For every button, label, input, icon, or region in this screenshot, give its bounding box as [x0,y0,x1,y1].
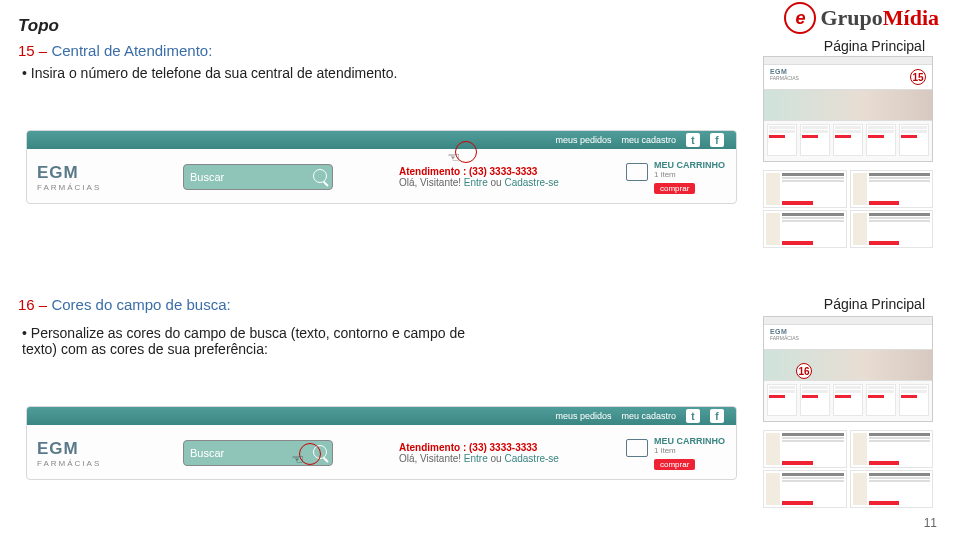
section-topo: Topo [18,16,915,36]
product-strip-1 [763,170,933,250]
meu-cadastro-link[interactable]: meu cadastro [621,411,676,421]
comprar-button[interactable]: comprar [654,459,695,470]
search-icon[interactable] [313,169,327,183]
page-number: 11 [924,516,937,530]
logo-grupomidia: GrupoMídia [784,2,939,34]
mid-text: Atendimento : (33) 3333-3333 Olá, Visita… [399,166,610,188]
callout-15: 15 [910,69,926,85]
cart-title: MEU CARRINHO [654,160,725,170]
entre-link[interactable]: Entre [464,177,488,188]
demo-header-2: meus pedidos meu cadastro t f EGMFARMÁCI… [26,406,737,480]
section-name: Central de Atendimento: [51,42,212,59]
hand-icon: ☞ [291,451,304,467]
egm-logo: EGM FARMÁCIAS [37,163,167,192]
cart-block[interactable]: MEU CARRINHO 1 item comprar [626,160,726,194]
logo-e-icon [784,2,816,34]
thumb-label-1: Página Principal [824,38,925,54]
cadastre-link[interactable]: Cadastre-se [504,453,558,464]
twitter-icon[interactable]: t [686,133,700,147]
cadastre-link[interactable]: Cadastre-se [504,177,558,188]
brand-part1: Grupo [820,5,882,30]
hand-icon: ☞ [447,149,460,165]
thumb-tag: FARMÁCIAS [770,75,932,81]
search-field[interactable]: Buscar [183,164,383,190]
cart-block[interactable]: MEU CARRINHO 1 item comprar [626,436,726,470]
pointer-16: ☞ [291,443,321,467]
search-placeholder: Buscar [190,171,224,183]
twitter-icon[interactable]: t [686,409,700,423]
demo-header-1: meus pedidos meu cadastro t f EGM FARMÁC… [26,130,737,204]
meu-cadastro-link[interactable]: meu cadastro [621,135,676,145]
entre-link[interactable]: Entre [464,453,488,464]
thumb-label-2: Página Principal [824,296,925,312]
section-16-bullet: Personalize as cores do campo de busca (… [22,325,492,357]
thumbnail-1: EGMFARMÁCIAS 15 [763,56,933,162]
comprar-button[interactable]: comprar [654,183,695,194]
pointer-15: ☞ [447,141,477,165]
cart-count: 1 item [654,170,725,179]
cart-icon [626,163,648,181]
thumb-logo: EGM [770,68,932,75]
top-strip: meus pedidos meu cadastro t f [27,131,736,149]
facebook-icon[interactable]: f [710,133,724,147]
meus-pedidos-link[interactable]: meus pedidos [555,411,611,421]
brand-part2: Mídia [883,5,939,30]
section-16-title: 16 – Cores do campo de busca: [18,296,492,313]
facebook-icon[interactable]: f [710,409,724,423]
cart-icon [626,439,648,457]
product-strip-2 [763,430,933,510]
section-number: 16 – [18,296,51,313]
section-number: 15 – [18,42,51,59]
meus-pedidos-link[interactable]: meus pedidos [555,135,611,145]
search-field[interactable]: Buscar [183,440,383,466]
callout-16: 16 [796,363,812,379]
thumbnail-2: EGMFARMÁCIAS 16 [763,316,933,422]
section-name: Cores do campo de busca: [51,296,230,313]
